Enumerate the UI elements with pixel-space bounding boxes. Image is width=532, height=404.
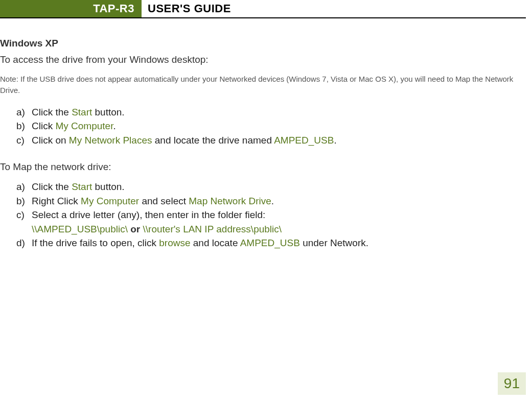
step-text-post: button. bbox=[92, 181, 124, 192]
step-marker: c) bbox=[16, 133, 25, 148]
note-text: Note: If the USB drive does not appear a… bbox=[0, 74, 526, 96]
step-2a: a) Click the Start button. bbox=[16, 180, 526, 194]
keyword: My Computer bbox=[81, 196, 139, 206]
step-text-pre: Click the bbox=[32, 107, 72, 117]
step-text-post: . bbox=[271, 196, 274, 206]
step-marker: d) bbox=[16, 236, 25, 250]
step-text-mid: and locate bbox=[190, 237, 240, 248]
step-text-pre: Right Click bbox=[32, 196, 81, 206]
step-text-mid: and locate the drive named bbox=[152, 135, 274, 146]
steps-list-1: a) Click the Start button. b) Click My C… bbox=[0, 105, 526, 148]
step-marker: b) bbox=[16, 119, 25, 133]
subheading: To Map the network drive: bbox=[0, 161, 526, 173]
section-title: Windows XP bbox=[0, 38, 526, 49]
step-2b: b) Right Click My Computer and select Ma… bbox=[16, 194, 526, 208]
product-tag: TAP-R3 bbox=[0, 0, 142, 17]
step-text-post: under Network. bbox=[300, 237, 368, 248]
keyword: AMPED_USB bbox=[274, 135, 334, 146]
keyword: Start bbox=[72, 107, 92, 117]
step-marker: c) bbox=[16, 208, 25, 222]
step-text: Select a drive letter (any), then enter … bbox=[32, 209, 265, 220]
page-number: 91 bbox=[498, 372, 526, 395]
or-text: or bbox=[128, 224, 143, 234]
keyword: Start bbox=[72, 181, 92, 192]
page-header: TAP-R3 USER'S GUIDE bbox=[0, 0, 526, 18]
step-text-pre: Click the bbox=[32, 181, 72, 192]
page-content: Windows XP To access the drive from your… bbox=[0, 18, 532, 250]
steps-list-2: a) Click the Start button. b) Right Clic… bbox=[0, 180, 526, 250]
keyword-path: \\AMPED_USB\public\ bbox=[32, 224, 128, 234]
step-marker: a) bbox=[16, 180, 25, 194]
step-2c: c) Select a drive letter (any), then ent… bbox=[16, 208, 526, 222]
step-text-pre: If the drive fails to open, click bbox=[32, 237, 159, 248]
step-1c: c) Click on My Network Places and locate… bbox=[16, 133, 526, 148]
keyword: My Computer bbox=[55, 121, 113, 131]
step-marker: b) bbox=[16, 194, 25, 208]
keyword: AMPED_USB bbox=[240, 237, 300, 248]
step-marker: a) bbox=[16, 105, 25, 120]
step-1a: a) Click the Start button. bbox=[16, 105, 526, 120]
step-text-post: button. bbox=[92, 107, 124, 117]
keyword: browse bbox=[159, 237, 190, 248]
step-text-pre: Click on bbox=[32, 135, 69, 146]
step-text-post: . bbox=[113, 121, 115, 131]
step-1b: b) Click My Computer. bbox=[16, 119, 526, 133]
step-text-mid: and select bbox=[139, 196, 189, 206]
keyword-path: \\router's LAN IP address\public\ bbox=[143, 224, 282, 234]
step-text-post: . bbox=[334, 135, 336, 146]
step-2c-subline: \\AMPED_USB\public\ or \\router's LAN IP… bbox=[16, 222, 526, 236]
keyword: Map Network Drive bbox=[189, 196, 271, 206]
keyword: My Network Places bbox=[69, 135, 152, 146]
step-text-pre: Click bbox=[32, 121, 55, 131]
step-2d: d) If the drive fails to open, click bro… bbox=[16, 236, 526, 250]
intro-line: To access the drive from your Windows de… bbox=[0, 54, 526, 65]
guide-title: USER'S GUIDE bbox=[142, 0, 231, 17]
